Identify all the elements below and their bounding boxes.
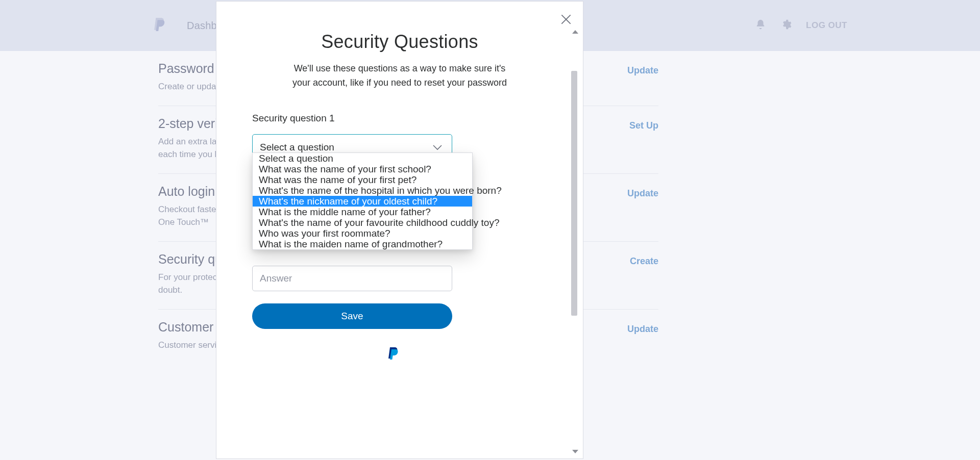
answer-2-input[interactable]: Answer [252, 266, 452, 291]
settings-password-desc: Create or updat [158, 80, 218, 93]
question-option[interactable]: What is the middle name of your father? [253, 207, 472, 217]
question-option[interactable]: What's the name of your favourite childh… [253, 217, 472, 228]
modal-subtitle: We'll use these questions as a way to ma… [287, 62, 512, 90]
question-option[interactable]: Who was your first roommate? [253, 228, 472, 239]
paypal-logo-icon [153, 16, 166, 35]
question-option[interactable]: Select a question [253, 153, 472, 164]
question-1-dropdown[interactable]: Select a questionWhat was the name of yo… [252, 152, 473, 250]
security-questions-modal: Security Questions We'll use these quest… [216, 1, 583, 459]
question-option[interactable]: What was the name of your first pet? [253, 174, 472, 185]
question-option[interactable]: What was the name of your first school? [253, 164, 472, 174]
bell-icon[interactable] [755, 19, 766, 32]
gear-icon[interactable] [780, 19, 792, 32]
settings-password-title: Password [158, 61, 218, 76]
question-option[interactable]: What is the maiden name of grandmother? [253, 239, 472, 249]
paypal-footer-logo-icon [216, 346, 572, 363]
settings-autologin-title: Auto login [158, 184, 219, 199]
settings-secq-action[interactable]: Create [630, 256, 658, 267]
modal-title: Security Questions [252, 31, 547, 53]
logout-link[interactable]: LOG OUT [806, 20, 847, 31]
settings-twostep-desc: Add an extra layeach time you lo [158, 135, 222, 161]
question-1-label: Security question 1 [252, 113, 547, 124]
settings-password-action[interactable]: Update [627, 65, 658, 76]
answer-placeholder: Answer [260, 273, 292, 284]
settings-autologin-desc: Checkout fasterOne Touch™ [158, 203, 219, 229]
chevron-down-icon [432, 142, 443, 153]
settings-twostep-action[interactable]: Set Up [629, 120, 658, 131]
settings-autologin-action[interactable]: Update [627, 188, 658, 199]
settings-cs-action[interactable]: Update [627, 324, 658, 335]
settings-twostep-title: 2-step verif [158, 116, 222, 131]
question-option[interactable]: What's the name of the hospital in which… [253, 185, 472, 196]
question-1-select-value: Select a question [260, 142, 334, 153]
question-option[interactable]: What's the nickname of your oldest child… [253, 196, 472, 207]
save-button[interactable]: Save [252, 303, 452, 329]
